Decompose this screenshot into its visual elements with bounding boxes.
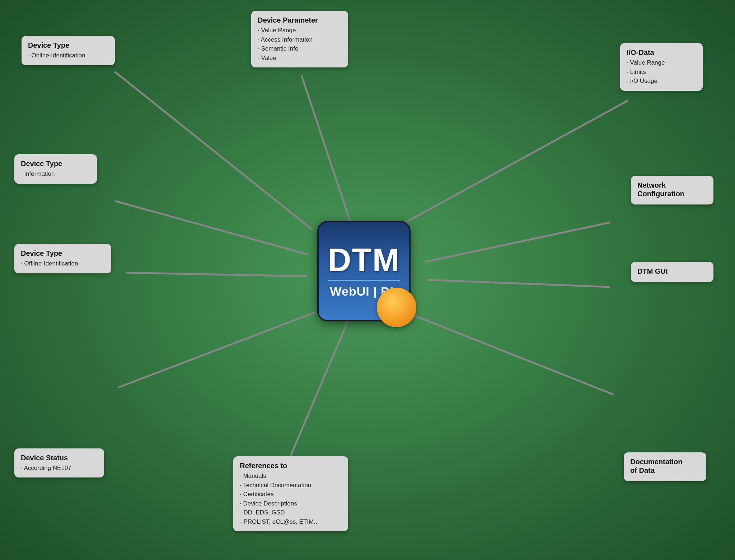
box-device-type-information: Device Type · Information — [14, 154, 97, 184]
box-device-type-online-item-1: · Online-Identification — [28, 51, 108, 60]
dtm-box: DTM WebUI | BL — [317, 221, 411, 321]
svg-line-2 — [425, 222, 610, 262]
box-io-data: I/O-Data · Value Range · Limits · I/O Us… — [620, 43, 703, 91]
box-device-type-info-title: Device Type — [21, 159, 90, 168]
dtm-divider — [328, 280, 400, 281]
box-references-item-3: · Certificates — [240, 490, 342, 499]
box-documentation-of-data: Documentationof Data — [624, 452, 706, 481]
box-dtm-gui: DTM GUI — [631, 262, 713, 282]
svg-line-6 — [115, 72, 312, 230]
box-device-type-offline: Device Type · Offline-Identification — [14, 244, 111, 273]
svg-line-7 — [115, 201, 309, 255]
dtm-orange-circle — [377, 288, 416, 327]
dtm-title: DTM — [328, 244, 400, 276]
svg-line-9 — [118, 312, 316, 387]
box-device-parameter-item-3: · Semantic Info — [258, 44, 342, 53]
box-references-item-2: · Technical Documentation — [240, 481, 342, 490]
box-device-status: Device Status · According NE107 — [14, 448, 104, 478]
box-device-parameter-item-1: · Value Range — [258, 26, 342, 35]
box-references-item-6: - PROLIST, eCL@ss, ETIM... — [240, 517, 342, 527]
box-doc-data-title: Documentationof Data — [630, 457, 700, 475]
svg-line-0 — [301, 75, 352, 226]
box-device-status-title: Device Status — [21, 453, 98, 462]
dtm-center: DTM WebUI | BL — [317, 221, 418, 329]
box-io-data-title: I/O-Data — [627, 48, 696, 57]
box-network-configuration: NetworkConfiguration — [631, 176, 713, 204]
box-device-type-info-item-1: · Information — [21, 169, 90, 179]
box-references-item-5: - DD, EDS, GSD — [240, 508, 342, 517]
box-references: References to · Manuals · Technical Docu… — [233, 456, 348, 531]
box-network-config-title: NetworkConfiguration — [637, 181, 707, 198]
box-io-data-item-1: · Value Range — [627, 58, 696, 67]
box-device-type-online-title: Device Type — [28, 41, 108, 50]
box-io-data-item-2: · Limits — [627, 67, 696, 77]
box-device-parameter-item-2: · Access Information — [258, 35, 342, 44]
svg-line-1 — [406, 100, 628, 222]
box-references-item-1: · Manuals — [240, 471, 342, 481]
box-device-parameter-title: Device Parameter — [258, 16, 342, 24]
box-dtm-gui-title: DTM GUI — [637, 267, 707, 276]
box-references-item-4: · Device Descriptions — [240, 499, 342, 508]
box-device-type-offline-item-1: · Offline-Identification — [21, 259, 105, 268]
box-device-type-online: Device Type · Online-Identification — [22, 36, 115, 65]
svg-line-3 — [427, 280, 610, 287]
box-device-type-offline-title: Device Type — [21, 249, 105, 258]
svg-line-4 — [406, 312, 614, 395]
box-io-data-item-3: · I/O Usage — [627, 76, 696, 86]
box-references-title: References to — [240, 461, 342, 470]
box-device-parameter: Device Parameter · Value Range · Access … — [251, 11, 348, 67]
box-device-parameter-item-4: · Value — [258, 53, 342, 63]
svg-line-5 — [291, 312, 352, 456]
svg-line-8 — [126, 273, 307, 276]
box-device-status-item-1: · According NE107 — [21, 463, 98, 473]
